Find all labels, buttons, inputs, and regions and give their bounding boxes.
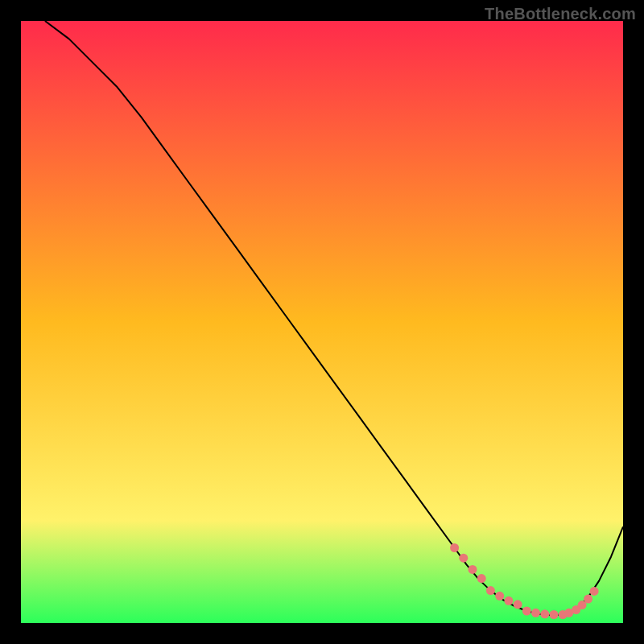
valley-dot — [477, 574, 486, 583]
gradient-background — [21, 21, 623, 623]
valley-dot — [459, 554, 468, 563]
valley-dot — [469, 565, 477, 574]
valley-dot — [486, 586, 495, 595]
attribution-text: TheBottleneck.com — [485, 5, 636, 23]
plot-area — [21, 21, 623, 623]
valley-dot — [522, 607, 531, 616]
valley-dot — [495, 592, 504, 601]
valley-dot — [540, 609, 549, 618]
valley-dot — [514, 600, 522, 609]
valley-dot — [504, 597, 513, 605]
chart-svg — [21, 21, 623, 623]
valley-dot — [450, 543, 459, 552]
valley-dot — [531, 609, 540, 617]
chart-frame: TheBottleneck.com — [0, 0, 644, 644]
valley-dot — [584, 595, 592, 604]
valley-dot — [550, 610, 559, 619]
valley-dot — [590, 587, 599, 596]
